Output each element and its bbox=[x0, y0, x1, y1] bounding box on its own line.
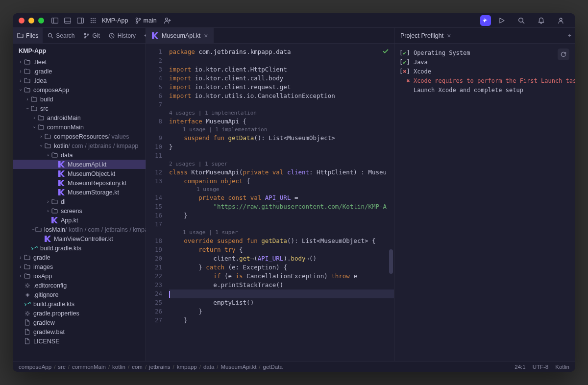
chevron-right-icon[interactable] bbox=[18, 264, 24, 269]
tree-node[interactable]: gradle.properties bbox=[13, 309, 146, 318]
tab-files[interactable]: Files bbox=[13, 28, 43, 43]
tree-node[interactable]: MuseumObject.kt bbox=[13, 169, 146, 178]
usage-hint[interactable]: 1 usage bbox=[169, 186, 394, 193]
tree-node[interactable]: src bbox=[13, 104, 146, 113]
tree-node[interactable]: gradle bbox=[13, 253, 146, 262]
chevron-right-icon[interactable] bbox=[18, 78, 24, 83]
bell-icon[interactable] bbox=[537, 17, 545, 24]
code-editor[interactable]: 1234567 8 91011 1213 14151617 1819202122… bbox=[146, 44, 394, 361]
scrollbar-thumb[interactable] bbox=[389, 249, 393, 274]
chevron-down-icon[interactable] bbox=[24, 106, 30, 111]
usage-hint[interactable]: 1 usage | 1 super bbox=[169, 229, 394, 237]
chevron-right-icon[interactable] bbox=[18, 69, 24, 74]
tree-node[interactable]: .idea bbox=[13, 76, 146, 85]
file-encoding[interactable]: UTF-8 bbox=[533, 364, 549, 370]
tree-node[interactable]: screens bbox=[13, 206, 146, 216]
chevron-down-icon[interactable] bbox=[31, 227, 35, 232]
tree-node-label: gradle bbox=[33, 254, 50, 261]
file-tree[interactable]: KMP-App .fleet.gradle.ideacomposeAppbuil… bbox=[13, 44, 146, 361]
chevron-right-icon[interactable] bbox=[18, 59, 24, 65]
run-button[interactable] bbox=[498, 17, 506, 24]
usage-hint[interactable]: 2 usages | 1 super bbox=[169, 160, 394, 168]
tree-node[interactable]: composeApp bbox=[13, 85, 146, 95]
tree-node[interactable]: commonMain bbox=[13, 122, 146, 132]
inspections-ok-icon[interactable] bbox=[382, 48, 389, 56]
branch-indicator[interactable]: main bbox=[135, 17, 157, 24]
chevron-down-icon[interactable] bbox=[31, 124, 37, 130]
tree-node[interactable]: gradlew.bat bbox=[13, 327, 146, 337]
tree-node[interactable]: iosApp bbox=[13, 271, 146, 281]
tree-node[interactable]: build bbox=[13, 95, 146, 104]
breadcrumb-item[interactable]: jetbrains bbox=[149, 364, 170, 370]
tree-node[interactable]: kotlin / com / jetbrains / kmpapp bbox=[13, 141, 146, 150]
tree-node[interactable]: data bbox=[13, 150, 146, 160]
zoom-window-button[interactable] bbox=[38, 18, 44, 24]
tree-node[interactable]: androidMain bbox=[13, 113, 146, 122]
tab-history[interactable]: History bbox=[104, 28, 140, 43]
tree-node[interactable]: MainViewController.kt bbox=[13, 234, 146, 243]
project-name[interactable]: KMP-App bbox=[102, 17, 128, 24]
breadcrumbs[interactable]: composeApp/src/commonMain/kotlin/com/jet… bbox=[19, 364, 514, 370]
close-tab-button[interactable]: × bbox=[447, 32, 451, 40]
tree-node[interactable]: composeResources / values bbox=[13, 132, 146, 141]
panel-left-icon[interactable] bbox=[51, 18, 59, 24]
tree-node[interactable]: build.gradle.kts bbox=[13, 243, 146, 253]
tree-node[interactable]: MuseumApi.kt bbox=[13, 160, 146, 169]
file-language[interactable]: Kotlin bbox=[555, 364, 569, 370]
chevron-down-icon[interactable] bbox=[38, 143, 44, 148]
user-icon[interactable] bbox=[557, 17, 564, 24]
tree-node[interactable]: LICENSE bbox=[13, 337, 146, 346]
close-tab-button[interactable]: × bbox=[204, 32, 208, 40]
ai-assistant-button[interactable] bbox=[480, 15, 491, 26]
tree-node[interactable]: .editorconfig bbox=[13, 281, 146, 290]
usage-hint[interactable]: 1 usage | 1 implementation bbox=[169, 126, 394, 134]
tree-node[interactable]: App.kt bbox=[13, 216, 146, 225]
tree-node[interactable]: .gradle bbox=[13, 67, 146, 76]
minimize-window-button[interactable] bbox=[28, 18, 34, 24]
tree-node-path-suffix: / values bbox=[108, 133, 129, 140]
tab-git[interactable]: Git bbox=[79, 28, 104, 43]
tree-node[interactable]: iosMain / kotlin / com / jetbrains / kmp… bbox=[13, 225, 146, 234]
chevron-down-icon[interactable] bbox=[18, 87, 24, 93]
tree-node[interactable]: .fleet bbox=[13, 57, 146, 67]
tab-preflight[interactable]: Project Preflight × bbox=[394, 28, 457, 43]
rerun-button[interactable] bbox=[558, 48, 569, 60]
editor-tab-active[interactable]: MuseumApi.kt × bbox=[146, 28, 214, 43]
code-area[interactable]: package com.jetbrains.kmpapp.data import… bbox=[169, 44, 394, 361]
chevron-right-icon[interactable] bbox=[18, 273, 24, 279]
chevron-down-icon[interactable] bbox=[45, 152, 51, 158]
usage-hint[interactable]: 4 usages | 1 implementation bbox=[169, 109, 394, 117]
add-user-icon[interactable] bbox=[164, 17, 172, 24]
breadcrumb-item[interactable]: composeApp bbox=[19, 364, 51, 370]
tree-node[interactable]: ◈.gitignore bbox=[13, 290, 146, 299]
breadcrumb-item[interactable]: kmpapp bbox=[177, 364, 197, 370]
editor-scrollbar[interactable] bbox=[389, 44, 393, 361]
grid-icon[interactable] bbox=[89, 18, 97, 24]
tree-node[interactable]: gradlew bbox=[13, 318, 146, 327]
close-window-button[interactable] bbox=[19, 18, 24, 24]
breadcrumb-item[interactable]: kotlin bbox=[112, 364, 125, 370]
tree-node[interactable]: MuseumStorage.kt bbox=[13, 188, 146, 197]
chevron-right-icon[interactable] bbox=[24, 96, 30, 102]
tree-node[interactable]: build.gradle.kts bbox=[13, 299, 146, 309]
chevron-right-icon[interactable] bbox=[45, 208, 51, 214]
tree-node[interactable]: MuseumRepository.kt bbox=[13, 178, 146, 188]
panel-right-icon[interactable] bbox=[76, 18, 84, 24]
tree-node[interactable]: images bbox=[13, 262, 146, 271]
breadcrumb-item[interactable]: src bbox=[58, 364, 65, 370]
panel-bottom-icon[interactable] bbox=[64, 18, 72, 24]
add-right-tool-button[interactable]: + bbox=[564, 32, 575, 39]
breadcrumb-item[interactable]: MuseumApi.kt bbox=[221, 364, 257, 370]
breadcrumb-item[interactable]: getData bbox=[263, 364, 283, 370]
breadcrumb-item[interactable]: data bbox=[203, 364, 214, 370]
breadcrumb-item[interactable]: commonMain bbox=[72, 364, 106, 370]
chevron-right-icon[interactable] bbox=[45, 199, 51, 204]
chevron-right-icon[interactable] bbox=[18, 255, 24, 260]
tree-node[interactable]: di bbox=[13, 197, 146, 206]
search-icon[interactable] bbox=[517, 17, 525, 24]
breadcrumb-item[interactable]: com bbox=[132, 364, 143, 370]
chevron-right-icon[interactable] bbox=[31, 115, 37, 120]
tab-search[interactable]: Search bbox=[43, 28, 79, 43]
cursor-position[interactable]: 24:1 bbox=[514, 364, 525, 370]
chevron-right-icon[interactable] bbox=[38, 134, 44, 139]
